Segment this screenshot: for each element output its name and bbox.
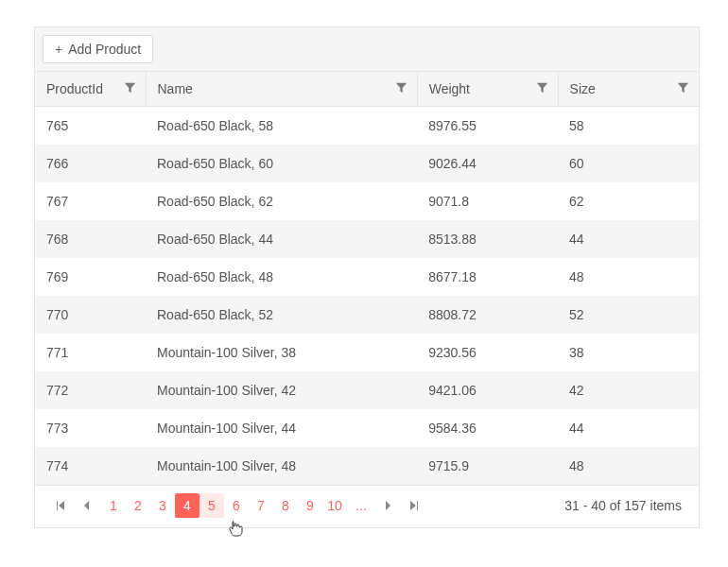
pager-ellipsis[interactable]: ... xyxy=(349,493,373,518)
table-row[interactable]: 771Mountain-100 Silver, 389230.5638 xyxy=(35,334,699,371)
pager-page-4[interactable]: 4 xyxy=(175,493,199,518)
header-row: ProductId Name Weight xyxy=(35,72,699,107)
cell-weight: 9421.06 xyxy=(417,371,558,409)
grid-table: ProductId Name Weight xyxy=(35,71,699,485)
cell-name: Road-650 Black, 62 xyxy=(146,182,417,220)
filter-icon[interactable] xyxy=(124,81,136,96)
filter-icon[interactable] xyxy=(677,81,689,96)
table-row[interactable]: 772Mountain-100 Silver, 429421.0642 xyxy=(35,371,699,409)
cell-name: Road-650 Black, 60 xyxy=(146,145,417,182)
pager: 12345678910 ... 31 - 40 of 157 items xyxy=(35,485,699,527)
cell-name: Mountain-100 Silver, 48 xyxy=(146,447,417,485)
table-row[interactable]: 773Mountain-100 Silver, 449584.3644 xyxy=(35,409,699,447)
next-page-button[interactable] xyxy=(375,493,400,518)
header-label: Size xyxy=(570,81,596,96)
cell-productid: 765 xyxy=(35,107,146,146)
table-row[interactable]: 765Road-650 Black, 588976.5558 xyxy=(35,107,699,146)
cell-name: Road-650 Black, 48 xyxy=(146,258,417,296)
pager-nav: 12345678910 ... xyxy=(48,493,426,518)
header-weight[interactable]: Weight xyxy=(417,72,558,107)
filter-icon[interactable] xyxy=(395,81,407,96)
header-size[interactable]: Size xyxy=(558,72,699,107)
header-label: Weight xyxy=(429,81,470,96)
cell-productid: 772 xyxy=(35,371,146,409)
cell-weight: 8677.18 xyxy=(417,258,558,296)
cell-weight: 8808.72 xyxy=(417,296,558,334)
cell-size: 44 xyxy=(558,409,699,447)
pager-page-2[interactable]: 2 xyxy=(126,493,150,518)
cell-productid: 768 xyxy=(35,220,146,258)
cell-size: 60 xyxy=(558,145,699,182)
first-page-button[interactable] xyxy=(48,493,73,518)
pager-info: 31 - 40 of 157 items xyxy=(564,498,685,513)
pager-page-3[interactable]: 3 xyxy=(150,493,175,518)
cell-name: Road-650 Black, 58 xyxy=(146,107,417,146)
header-name[interactable]: Name xyxy=(146,72,417,107)
table-row[interactable]: 766Road-650 Black, 609026.4460 xyxy=(35,145,699,182)
cell-weight: 9071.8 xyxy=(417,182,558,220)
cell-productid: 767 xyxy=(35,182,146,220)
header-label: Name xyxy=(158,81,193,96)
pager-page-8[interactable]: 8 xyxy=(273,493,298,518)
last-page-button[interactable] xyxy=(402,493,426,518)
filter-icon[interactable] xyxy=(536,81,548,96)
prev-page-button[interactable] xyxy=(75,493,99,518)
pager-page-1[interactable]: 1 xyxy=(101,493,126,518)
cell-name: Mountain-100 Silver, 42 xyxy=(146,371,417,409)
header-productid[interactable]: ProductId xyxy=(35,72,146,107)
grid-toolbar: + Add Product xyxy=(35,27,699,71)
table-row[interactable]: 768Road-650 Black, 448513.8844 xyxy=(35,220,699,258)
cell-productid: 774 xyxy=(35,447,146,485)
cell-size: 48 xyxy=(558,447,699,485)
cell-size: 44 xyxy=(558,220,699,258)
pager-page-7[interactable]: 7 xyxy=(249,493,273,518)
pager-page-10[interactable]: 10 xyxy=(322,493,347,518)
cell-weight: 8513.88 xyxy=(417,220,558,258)
header-label: ProductId xyxy=(46,81,103,96)
table-row[interactable]: 767Road-650 Black, 629071.862 xyxy=(35,182,699,220)
pager-page-6[interactable]: 6 xyxy=(224,493,249,518)
cell-productid: 769 xyxy=(35,258,146,296)
cell-size: 42 xyxy=(558,371,699,409)
cell-weight: 9715.9 xyxy=(417,447,558,485)
add-product-label: Add Product xyxy=(68,42,141,57)
cell-name: Road-650 Black, 44 xyxy=(146,220,417,258)
cell-productid: 773 xyxy=(35,409,146,447)
cell-size: 58 xyxy=(558,107,699,146)
cell-weight: 9584.36 xyxy=(417,409,558,447)
pager-page-9[interactable]: 9 xyxy=(298,493,322,518)
cell-name: Mountain-100 Silver, 38 xyxy=(146,334,417,371)
table-row[interactable]: 770Road-650 Black, 528808.7252 xyxy=(35,296,699,334)
cell-weight: 9026.44 xyxy=(417,145,558,182)
pager-page-5[interactable]: 5 xyxy=(199,493,224,518)
cell-productid: 771 xyxy=(35,334,146,371)
cell-name: Mountain-100 Silver, 44 xyxy=(146,409,417,447)
add-product-button[interactable]: + Add Product xyxy=(43,35,153,63)
cell-weight: 9230.56 xyxy=(417,334,558,371)
cell-size: 52 xyxy=(558,296,699,334)
cell-productid: 770 xyxy=(35,296,146,334)
cell-weight: 8976.55 xyxy=(417,107,558,146)
plus-icon: + xyxy=(55,42,62,57)
table-row[interactable]: 769Road-650 Black, 488677.1848 xyxy=(35,258,699,296)
cell-size: 62 xyxy=(558,182,699,220)
cell-productid: 766 xyxy=(35,145,146,182)
cell-size: 48 xyxy=(558,258,699,296)
table-row[interactable]: 774Mountain-100 Silver, 489715.948 xyxy=(35,447,699,485)
cell-name: Road-650 Black, 52 xyxy=(146,296,417,334)
data-grid: + Add Product ProductId Name xyxy=(34,26,700,528)
cell-size: 38 xyxy=(558,334,699,371)
